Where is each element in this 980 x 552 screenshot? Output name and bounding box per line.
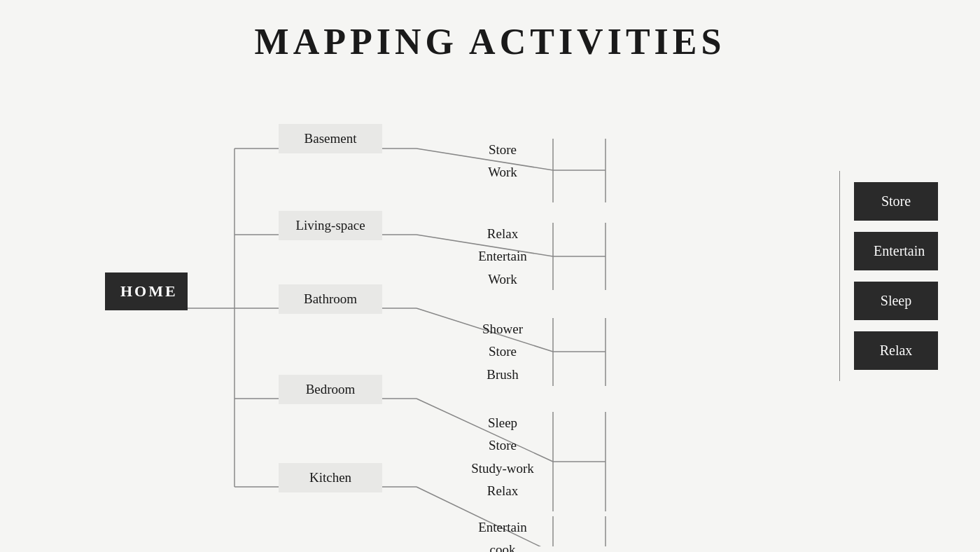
act-kit-2: cook — [490, 542, 516, 552]
room-bathroom-label: Bathroom — [304, 291, 357, 306]
activity-living: Relax Entertain Work — [447, 223, 559, 291]
act-bath-1: Shower — [482, 322, 523, 336]
right-divider — [839, 171, 840, 381]
room-kitchen: Kitchen — [279, 463, 382, 492]
act-kit-1: Entertain — [478, 520, 527, 534]
home-label: HOME — [120, 282, 178, 300]
act-bath-2: Store — [489, 344, 517, 359]
act-bed-2: Store — [489, 438, 517, 453]
act-basement-2: Work — [488, 165, 517, 179]
act-living-3: Work — [488, 272, 517, 287]
diagram-container: HOME Basement Store Work Living-space Re… — [105, 70, 735, 546]
room-bathroom: Bathroom — [279, 284, 382, 314]
activity-bedroom: Sleep Store Study-work Relax — [447, 412, 559, 502]
btn-entertain[interactable]: Entertain — [854, 232, 938, 270]
btn-sleep[interactable]: Sleep — [854, 282, 938, 320]
room-basement: Basement — [279, 124, 382, 153]
home-node: HOME — [105, 272, 188, 310]
diagram-lines — [105, 70, 735, 546]
act-living-2: Entertain — [478, 249, 527, 263]
act-basement-1: Store — [489, 142, 517, 157]
room-living: Living-space — [279, 211, 382, 240]
room-bedroom: Bedroom — [279, 375, 382, 404]
activity-basement: Store Work — [447, 139, 559, 184]
btn-relax[interactable]: Relax — [854, 331, 938, 370]
act-bed-1: Sleep — [488, 415, 517, 430]
activity-bathroom: Shower Store Brush — [447, 318, 559, 386]
act-living-1: Relax — [487, 226, 518, 241]
act-bed-4: Relax — [487, 483, 518, 498]
room-bedroom-label: Bedroom — [306, 382, 356, 396]
page-title: MAPPING ACTIVITIES — [0, 0, 980, 62]
room-kitchen-label: Kitchen — [309, 470, 351, 485]
btn-store[interactable]: Store — [854, 182, 938, 221]
act-bath-3: Brush — [486, 367, 518, 382]
act-bed-3: Study-work — [471, 461, 534, 476]
right-panel: Store Entertain Sleep Relax — [854, 182, 938, 370]
activity-kitchen: Entertain cook Eat — [447, 516, 559, 552]
room-basement-label: Basement — [304, 131, 357, 146]
room-living-label: Living-space — [295, 218, 365, 233]
